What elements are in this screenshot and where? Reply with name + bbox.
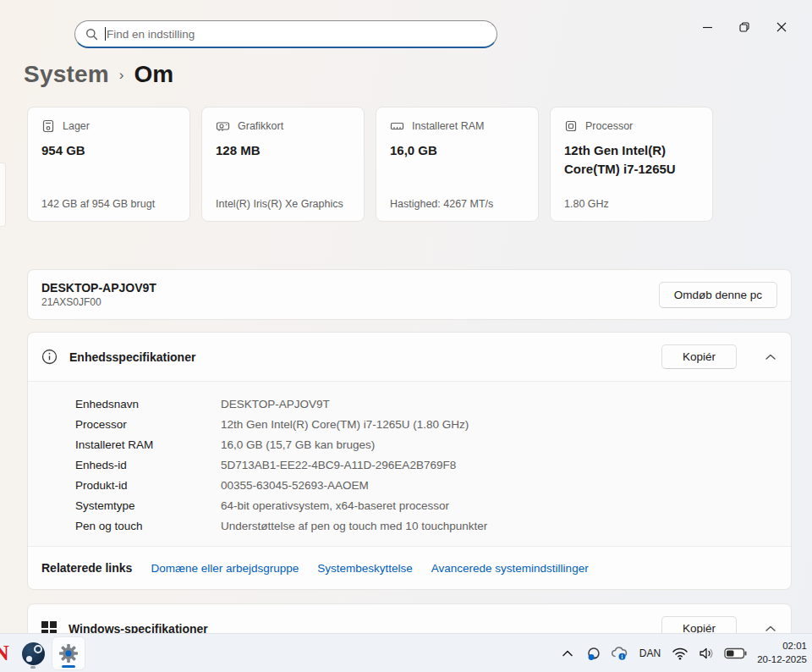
update-restart-icon[interactable] xyxy=(584,641,604,666)
minimize-button[interactable] xyxy=(689,15,726,39)
taskbar: N xyxy=(0,633,812,672)
info-icon xyxy=(41,349,58,365)
clock[interactable]: 02:01 20-12-2025 xyxy=(754,640,807,666)
titlebar xyxy=(0,0,812,52)
settings-gear-icon[interactable] xyxy=(52,636,85,670)
link-advanced-system-settings[interactable]: Avancerede systemindstillinger xyxy=(431,562,589,575)
onedrive-info-icon[interactable] xyxy=(610,641,630,666)
card-storage: Lager 954 GB 142 GB af 954 GB brugt xyxy=(27,107,190,222)
card-label: Lager xyxy=(63,120,90,132)
speaker-icon[interactable] xyxy=(696,641,716,666)
card-processor: Processor 12th Gen Intel(R) Core(TM) i7-… xyxy=(550,107,713,222)
windows-specs-header[interactable]: Windows-specifikationer Kopiér xyxy=(28,604,791,633)
rename-pc-button[interactable]: Omdøb denne pc xyxy=(659,282,777,308)
card-value: 12th Gen Intel(R) Core(TM) i7-1265U xyxy=(564,141,699,179)
windows-specs-title: Windows-specifikationer xyxy=(69,622,208,634)
clock-time: 02:01 xyxy=(757,640,807,653)
close-icon[interactable] xyxy=(763,15,800,39)
language-indicator[interactable]: DAN xyxy=(636,647,664,659)
clock-date: 20-12-2025 xyxy=(757,653,807,667)
spec-row: Pen og touch Understøttelse af pen og to… xyxy=(28,515,791,536)
windows-specs-card: Windows-specifikationer Kopiér xyxy=(27,603,792,633)
related-links-row: Relaterede links Domæne eller arbejdsgru… xyxy=(28,546,791,589)
chevron-up-icon[interactable] xyxy=(765,354,776,361)
window-controls xyxy=(689,15,800,39)
card-value: 16,0 GB xyxy=(390,141,524,160)
netflix-icon[interactable]: N xyxy=(0,641,15,666)
scrollbar[interactable] xyxy=(0,162,6,227)
copy-windows-specs-button[interactable]: Kopiér xyxy=(661,616,737,633)
card-label: Grafikkort xyxy=(238,120,283,132)
card-ram: Installeret RAM 16,0 GB Hastighed: 4267 … xyxy=(376,107,539,222)
wifi-icon[interactable] xyxy=(670,641,690,666)
device-name-card: DESKTOP-APJOV9T 21AXS0JF00 Omdøb denne p… xyxy=(27,269,792,320)
search-input[interactable] xyxy=(107,28,486,41)
spec-row: Enhedsnavn DESKTOP-APJOV9T xyxy=(28,394,791,414)
ram-icon xyxy=(390,119,404,133)
device-specs-title: Enhedsspecifikationer xyxy=(69,350,195,364)
device-model: 21AXS0JF00 xyxy=(41,296,156,308)
chevron-right-icon: › xyxy=(119,67,124,84)
breadcrumb-system[interactable]: System xyxy=(24,61,109,88)
spec-row: Installeret RAM 16,0 GB (15,7 GB kan bru… xyxy=(28,434,791,454)
summary-cards: Lager 954 GB 142 GB af 954 GB brugt Graf… xyxy=(27,107,812,222)
chevron-up-icon[interactable] xyxy=(765,625,776,632)
card-detail: 142 GB af 954 GB brugt xyxy=(41,198,176,210)
card-value: 954 GB xyxy=(41,141,176,160)
spec-row: Systemtype 64-bit operativsystem, x64-ba… xyxy=(28,495,791,515)
taskbar-apps: N xyxy=(0,634,86,672)
device-specs-card: Enhedsspecifikationer Kopiér Enhedsnavn … xyxy=(27,332,792,590)
restore-button[interactable] xyxy=(726,15,763,39)
windows-logo-icon xyxy=(41,621,57,634)
spec-row: Produkt-id 00355-63045-52693-AAOEM xyxy=(28,475,791,495)
battery-icon[interactable] xyxy=(722,641,748,666)
related-links-title: Relaterede links xyxy=(41,561,132,575)
card-gpu: Grafikkort 128 MB Intel(R) Iris(R) Xe Gr… xyxy=(201,107,365,222)
card-value: 128 MB xyxy=(216,141,350,160)
device-name: DESKTOP-APJOV9T xyxy=(41,281,156,295)
search-icon xyxy=(85,28,98,41)
storage-icon xyxy=(41,119,55,133)
spec-row: Processor 12th Gen Intel(R) Core(TM) i7-… xyxy=(28,414,791,434)
card-label: Processor xyxy=(585,120,633,132)
link-system-protection[interactable]: Systembeskyttelse xyxy=(317,562,413,575)
steam-icon[interactable] xyxy=(16,636,50,670)
settings-window: System › Om Lager 954 GB 142 GB af 954 G… xyxy=(0,0,812,633)
gpu-icon xyxy=(216,119,230,133)
search-box[interactable] xyxy=(74,20,497,48)
card-detail: 1.80 GHz xyxy=(564,198,699,210)
device-specs-header[interactable]: Enhedsspecifikationer Kopiér xyxy=(28,333,791,381)
page-title: Om xyxy=(134,61,174,88)
link-domain-workgroup[interactable]: Domæne eller arbejdsgruppe xyxy=(151,562,299,575)
spec-row: Enheds-id 5D713AB1-EE22-4BC9-A11D-296EA2… xyxy=(28,454,791,475)
tray-chevron-up-icon[interactable] xyxy=(557,641,578,666)
card-detail: Hastighed: 4267 MT/s xyxy=(390,198,524,210)
system-tray: DAN 02:01 20-12-2025 xyxy=(557,634,807,672)
breadcrumb: System › Om xyxy=(24,61,812,95)
text-caret xyxy=(105,27,106,41)
copy-device-specs-button[interactable]: Kopiér xyxy=(661,344,737,369)
card-detail: Intel(R) Iris(R) Xe Graphics xyxy=(216,198,350,210)
card-label: Installeret RAM xyxy=(412,120,484,132)
device-specs-body: Enhedsnavn DESKTOP-APJOV9T Processor 12t… xyxy=(28,381,791,546)
cpu-icon xyxy=(564,119,578,133)
